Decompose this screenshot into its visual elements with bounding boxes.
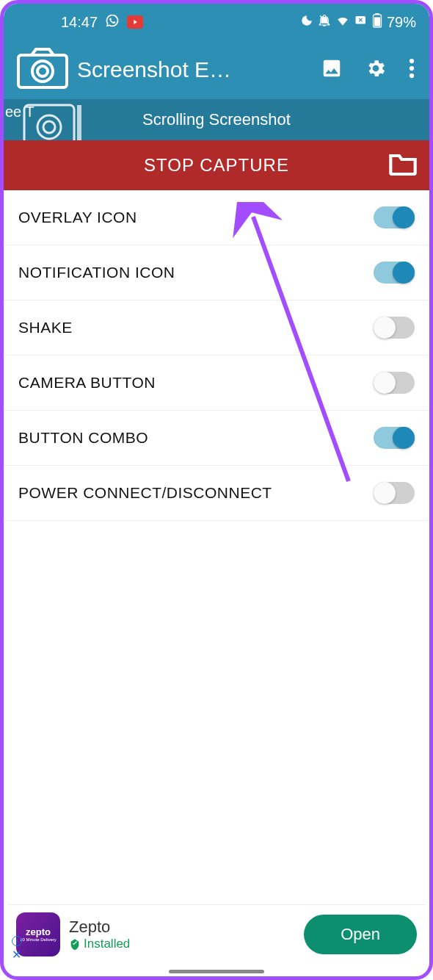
settings-label: BUTTON COMBO bbox=[18, 429, 148, 447]
stop-capture-label: STOP CAPTURE bbox=[144, 155, 289, 176]
app-title: Screenshot E… bbox=[77, 57, 321, 82]
ad-installed-label: Installed bbox=[69, 937, 304, 951]
camera-logo-icon bbox=[17, 48, 68, 92]
ad-open-button[interactable]: Open bbox=[304, 915, 417, 954]
wifi-icon bbox=[335, 14, 350, 31]
ad-banner[interactable]: i ✕ zepto 10 Minute Delivery Zepto Insta… bbox=[7, 904, 426, 963]
svg-point-10 bbox=[410, 73, 414, 78]
settings-row: CAMERA BUTTON bbox=[4, 356, 429, 411]
toggle-switch[interactable] bbox=[374, 262, 415, 284]
settings-row: SHAKE bbox=[4, 300, 429, 356]
sub-bar-label: Scrolling Screenshot bbox=[142, 110, 291, 129]
signal-icon: ✕ bbox=[354, 14, 368, 31]
sub-bar[interactable]: ee T Scrolling Screenshot bbox=[4, 99, 429, 140]
settings-list: OVERLAY ICONNOTIFICATION ICONSHAKECAMERA… bbox=[4, 190, 429, 521]
stop-capture-button[interactable]: STOP CAPTURE bbox=[4, 140, 429, 190]
status-bar: 14:47 ✕ 79% bbox=[4, 4, 429, 40]
settings-label: CAMERA BUTTON bbox=[18, 374, 156, 392]
settings-label: OVERLAY ICON bbox=[18, 209, 137, 226]
svg-rect-4 bbox=[374, 17, 380, 26]
battery-percent: 79% bbox=[387, 14, 416, 31]
ad-info-icon[interactable]: i ✕ bbox=[12, 936, 22, 962]
home-indicator[interactable] bbox=[169, 970, 264, 973]
app-bar: Screenshot E… bbox=[4, 40, 429, 99]
settings-row: POWER CONNECT/DISCONNECT bbox=[4, 466, 429, 521]
toggle-switch[interactable] bbox=[374, 206, 415, 228]
svg-text:ee T: ee T bbox=[5, 104, 34, 120]
more-icon[interactable] bbox=[409, 57, 415, 82]
ad-app-icon: zepto 10 Minute Delivery bbox=[16, 912, 60, 956]
settings-label: SHAKE bbox=[18, 319, 73, 336]
toggle-switch[interactable] bbox=[374, 427, 415, 449]
settings-row: NOTIFICATION ICON bbox=[4, 245, 429, 300]
battery-icon bbox=[372, 13, 382, 32]
toggle-switch[interactable] bbox=[374, 317, 415, 339]
gear-icon[interactable] bbox=[365, 57, 387, 82]
svg-rect-3 bbox=[375, 13, 379, 15]
settings-label: POWER CONNECT/DISCONNECT bbox=[18, 484, 272, 502]
svg-point-13 bbox=[37, 115, 61, 139]
folder-icon[interactable] bbox=[388, 151, 418, 180]
moon-icon bbox=[300, 14, 313, 31]
status-time: 14:47 bbox=[61, 14, 98, 31]
settings-row: BUTTON COMBO bbox=[4, 411, 429, 466]
silent-icon bbox=[318, 14, 331, 31]
svg-point-14 bbox=[43, 121, 55, 133]
svg-text:✕: ✕ bbox=[358, 17, 363, 24]
toggle-switch[interactable] bbox=[374, 482, 415, 504]
ad-title: Zepto bbox=[69, 918, 304, 937]
whatsapp-icon bbox=[105, 13, 120, 32]
gallery-icon[interactable] bbox=[321, 57, 343, 82]
svg-point-9 bbox=[410, 66, 414, 71]
toggle-switch[interactable] bbox=[374, 372, 415, 394]
settings-label: NOTIFICATION ICON bbox=[18, 264, 175, 281]
svg-point-6 bbox=[32, 61, 53, 82]
youtube-icon bbox=[127, 15, 143, 29]
svg-point-7 bbox=[37, 66, 48, 76]
settings-row: OVERLAY ICON bbox=[4, 190, 429, 245]
svg-point-8 bbox=[410, 59, 414, 63]
